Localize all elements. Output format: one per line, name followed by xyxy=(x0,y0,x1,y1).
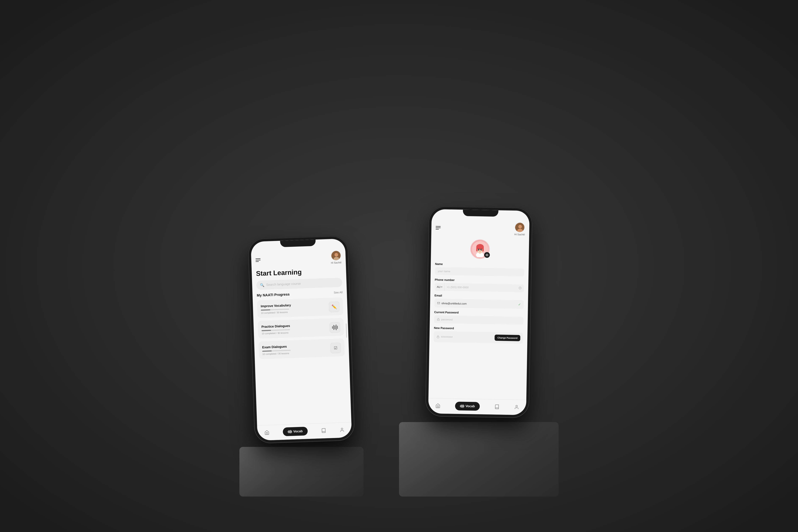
greeting-text-left: Hi Sachit! xyxy=(331,261,342,264)
new-password-value: ######## xyxy=(441,335,453,338)
avatar-upload-section xyxy=(431,239,529,260)
phone-right: Hi Sachit! xyxy=(425,207,532,418)
person-icon-left xyxy=(339,427,345,432)
search-placeholder: Search language course xyxy=(266,282,301,287)
avatar-right xyxy=(515,222,525,232)
new-password-field: New Password ######## Change Password xyxy=(434,326,523,344)
avatar xyxy=(331,250,341,261)
waveform-icon xyxy=(332,324,338,330)
email-value: olivia@untitledui.com xyxy=(441,302,467,305)
phone-number-input[interactable]: +1 (555) 000-0000 xyxy=(444,283,519,292)
user-avatar-section-right[interactable]: Hi Sachit! xyxy=(514,222,525,236)
current-password-field: Current Password password xyxy=(434,311,524,325)
new-password-label: New Password xyxy=(434,326,523,331)
name-field: Name your name xyxy=(435,263,525,277)
vocab-label-left: Vocab xyxy=(293,429,303,433)
progress-bar-bg-vocabulary xyxy=(261,308,289,311)
phone-right-screen: Hi Sachit! xyxy=(428,209,530,415)
nav-book-left[interactable] xyxy=(321,428,326,433)
new-password-input-row[interactable]: ######## Change Password xyxy=(434,331,523,344)
change-password-button[interactable]: Change Password xyxy=(495,335,520,341)
avatar-upload-button[interactable] xyxy=(484,252,490,258)
nav-book-right[interactable] xyxy=(494,404,499,409)
bottom-nav-left: Vocab xyxy=(257,422,352,441)
learn-header: Hi Sachit! xyxy=(251,247,346,268)
hamburger-icon-right[interactable] xyxy=(436,226,441,229)
course-icon-exam: ☑ xyxy=(330,342,341,354)
verified-check-icon: ✓ xyxy=(518,303,521,306)
course-card-vocabulary[interactable]: Improve Vocabulary 10 completed / 30 les… xyxy=(257,297,343,318)
right-phone-group: Hi Sachit! xyxy=(399,213,558,496)
chevron-down-icon: ▾ xyxy=(441,286,442,288)
right-phone-content: Hi Sachit! xyxy=(428,218,530,415)
home-icon-right xyxy=(435,403,440,408)
country-code-text: AU xyxy=(437,285,440,288)
book-icon xyxy=(321,428,326,433)
bottom-nav-right: Vocab xyxy=(428,398,526,415)
hamburger-icon[interactable] xyxy=(255,258,261,262)
course-info-vocabulary: Improve Vocabulary 10 completed / 30 les… xyxy=(261,302,329,314)
nav-profile-left[interactable] xyxy=(339,427,345,432)
camera-icon xyxy=(486,254,488,256)
scroll-indicator-left xyxy=(346,323,347,338)
profile-header: Hi Sachit! xyxy=(431,218,530,238)
svg-rect-26 xyxy=(437,337,439,338)
phone-left-screen: Hi Sachit! Start Learning 🔍 Search langu… xyxy=(251,239,352,441)
vocab-waveform-icon-right xyxy=(460,404,464,408)
checklist-icon: ☑ xyxy=(334,346,338,350)
see-all-button[interactable]: See All xyxy=(334,291,343,294)
course-name-dialogues: Practice Dialogues xyxy=(261,323,329,329)
name-input[interactable]: your name xyxy=(435,267,525,277)
user-avatar-section[interactable]: Hi Sachit! xyxy=(330,250,342,264)
email-input[interactable]: olivia@untitledui.com ✓ xyxy=(434,299,524,309)
course-icon-vocabulary: ✏️ xyxy=(329,301,340,312)
profile-form: Name your name Phone number AU ▾ xyxy=(429,262,529,347)
progress-bar-fill-dialogues xyxy=(262,330,271,331)
vocab-label-right: Vocab xyxy=(466,404,475,408)
phone-input-row[interactable]: AU ▾ +1 (555) 000-0000 xyxy=(435,283,524,292)
phone-left: Hi Sachit! Start Learning 🔍 Search langu… xyxy=(248,236,355,443)
vocab-waveform-icon xyxy=(288,430,292,434)
avatar-image-right xyxy=(515,223,525,232)
lock-icon-new xyxy=(437,335,439,338)
book-icon-right xyxy=(494,404,499,409)
course-info-dialogues: Practice Dialogues 10 completed / 30 les… xyxy=(261,323,330,335)
notch-left xyxy=(280,240,316,247)
phone-placeholder-text: +1 (555) 000-0000 xyxy=(447,285,469,289)
email-field: Email olivia@untitledui.com ✓ xyxy=(434,294,524,309)
nav-home-right[interactable] xyxy=(435,403,440,408)
nav-vocab-left[interactable]: Vocab xyxy=(283,427,308,436)
mail-icon xyxy=(437,302,440,304)
nav-home-left[interactable] xyxy=(264,430,269,435)
nav-profile-right[interactable] xyxy=(514,404,519,410)
home-icon xyxy=(264,430,269,435)
course-info-exam: Exam Dialogues 10 completed / 30 lessons xyxy=(262,343,330,355)
course-card-dialogues[interactable]: Practice Dialogues 10 completed / 30 les… xyxy=(258,318,344,339)
current-password-input[interactable]: password xyxy=(434,315,524,325)
phone-field: Phone number AU ▾ +1 (555) 000-0000 xyxy=(435,278,524,292)
country-code-selector[interactable]: AU ▾ xyxy=(435,283,445,291)
pencil-icon: ✏️ xyxy=(331,304,337,309)
svg-point-27 xyxy=(516,405,517,407)
svg-point-4 xyxy=(341,428,343,430)
progress-bar-fill-exam xyxy=(262,350,272,352)
person-icon-right xyxy=(514,404,519,410)
name-label: Name xyxy=(435,263,525,267)
scene: Hi Sachit! Start Learning 🔍 Search langu… xyxy=(115,36,683,496)
pedestal-left xyxy=(240,447,363,496)
progress-bar-fill-vocabulary xyxy=(261,309,270,311)
current-password-placeholder: password xyxy=(441,318,453,321)
nav-vocab-right[interactable]: Vocab xyxy=(455,402,480,411)
notch-right xyxy=(463,210,498,216)
search-icon: 🔍 xyxy=(260,283,265,287)
greeting-text-right: Hi Sachit! xyxy=(514,233,525,236)
course-card-exam[interactable]: Exam Dialogues 10 completed / 30 lessons… xyxy=(259,338,345,359)
phone-label: Phone number xyxy=(435,278,524,283)
profile-avatar-large[interactable] xyxy=(470,239,490,259)
clock-icon xyxy=(519,286,524,290)
lock-icon-current xyxy=(437,318,440,321)
svg-point-23 xyxy=(487,255,488,255)
progress-section-title: My NAATI Progress xyxy=(257,292,290,298)
progress-bar-bg-dialogues xyxy=(262,329,290,331)
avatar-image xyxy=(331,251,341,261)
